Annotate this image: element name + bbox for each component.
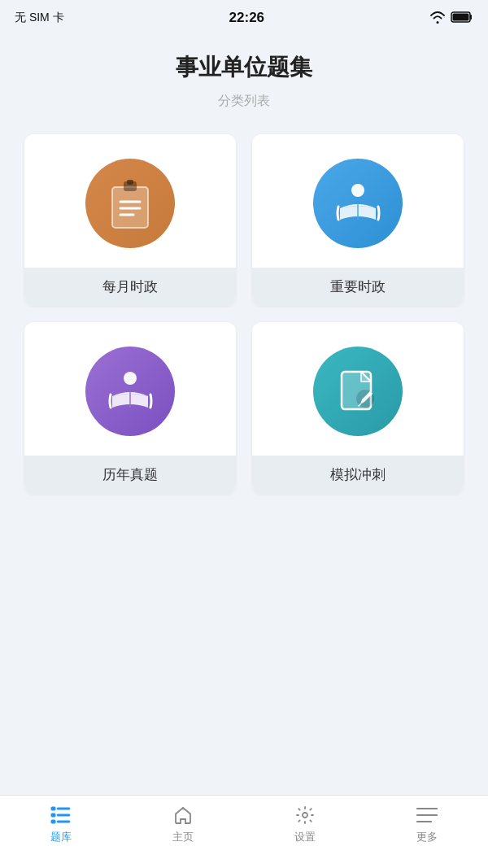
svg-rect-17 — [57, 808, 70, 809]
card-important-circle — [313, 159, 403, 248]
svg-rect-5 — [127, 180, 133, 185]
card-monthly-icon-area — [24, 134, 236, 268]
card-important-label: 重要时政 — [330, 279, 386, 294]
card-history-label-area: 历年真题 — [24, 456, 236, 494]
card-history-label: 历年真题 — [102, 467, 158, 482]
tab-home-label: 主页 — [172, 830, 194, 844]
status-icons — [429, 11, 473, 26]
battery-icon — [451, 11, 473, 26]
tab-more-label: 更多 — [416, 830, 438, 844]
card-important-icon-area — [252, 134, 464, 268]
tab-tiku-label: 题库 — [50, 830, 72, 844]
svg-point-9 — [351, 184, 364, 197]
settings-icon — [294, 804, 316, 827]
card-mock[interactable]: 模拟冲刺 — [252, 322, 464, 494]
card-monthly-circle — [85, 159, 175, 248]
tab-home[interactable]: 主页 — [122, 804, 244, 844]
tab-settings[interactable]: 设置 — [244, 804, 366, 844]
wifi-icon — [429, 11, 446, 26]
card-history-icon-area — [24, 322, 236, 456]
card-monthly-label-area: 每月时政 — [24, 268, 236, 306]
more-icon — [416, 804, 438, 827]
sim-status: 无 SIM 卡 — [15, 11, 64, 25]
tab-settings-label: 设置 — [294, 830, 316, 844]
card-history[interactable]: 历年真题 — [24, 322, 236, 494]
tiku-icon — [50, 804, 72, 827]
card-history-circle — [85, 347, 175, 436]
card-monthly-label: 每月时政 — [102, 279, 158, 294]
svg-rect-18 — [51, 813, 55, 817]
svg-rect-16 — [51, 807, 55, 810]
svg-point-11 — [124, 372, 137, 385]
status-bar: 无 SIM 卡 22:26 — [0, 0, 488, 36]
page-title: 事业单位题集 — [24, 52, 464, 83]
card-mock-circle — [313, 347, 403, 436]
card-mock-icon-area — [252, 322, 464, 456]
card-monthly[interactable]: 每月时政 — [24, 134, 236, 306]
card-important-label-area: 重要时政 — [252, 268, 464, 306]
card-mock-label-area: 模拟冲刺 — [252, 456, 464, 494]
card-mock-label: 模拟冲刺 — [330, 467, 386, 482]
svg-rect-20 — [51, 820, 55, 823]
svg-rect-21 — [57, 821, 70, 822]
svg-rect-19 — [57, 814, 70, 816]
svg-point-22 — [303, 813, 307, 818]
svg-rect-1 — [453, 13, 469, 20]
tab-bar: 题库 主页 设置 更多 — [0, 795, 488, 868]
card-important[interactable]: 重要时政 — [252, 134, 464, 306]
clock: 22:26 — [229, 10, 264, 26]
tab-tiku[interactable]: 题库 — [0, 804, 122, 844]
tab-more[interactable]: 更多 — [366, 804, 488, 844]
category-grid: 每月时政 — [24, 134, 464, 494]
page-subtitle: 分类列表 — [24, 93, 464, 110]
main-content: 事业单位题集 分类列表 — [0, 36, 488, 494]
home-icon — [172, 804, 194, 827]
